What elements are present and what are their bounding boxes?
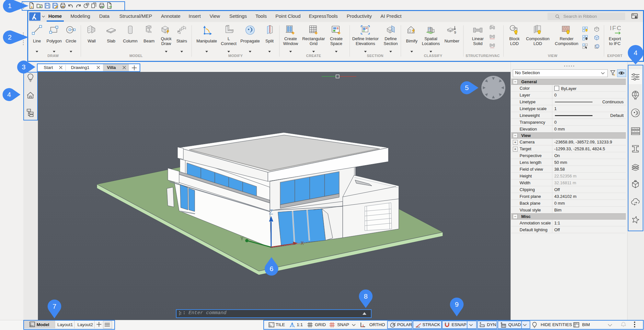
svg-text:Z: Z — [269, 209, 273, 217]
svg-text:8: 8 — [364, 292, 368, 300]
svg-text:9: 9 — [455, 301, 459, 308]
svg-text:4: 4 — [634, 49, 638, 56]
svg-text:1: 1 — [8, 2, 12, 9]
svg-text:2: 2 — [8, 33, 12, 41]
svg-text:7: 7 — [52, 302, 56, 310]
svg-text:6: 6 — [270, 265, 273, 272]
svg-text:3: 3 — [22, 63, 26, 71]
svg-text:Y: Y — [240, 236, 244, 242]
svg-text:Y: Y — [272, 323, 273, 325]
svg-text:5: 5 — [465, 84, 469, 91]
svg-text:9: 9 — [454, 30, 456, 34]
svg-text:4: 4 — [7, 91, 11, 98]
svg-text:X: X — [301, 241, 304, 246]
svg-text:IFC: IFC — [610, 25, 621, 31]
